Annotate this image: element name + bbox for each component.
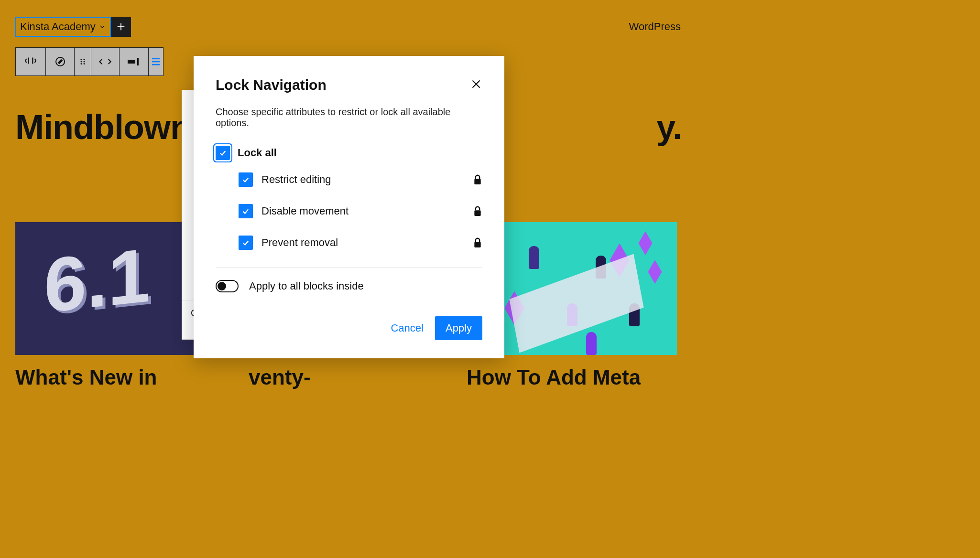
svg-marker-5 [58, 60, 62, 64]
svg-rect-13 [137, 58, 139, 65]
toolbar-group-3 [120, 47, 149, 76]
svg-point-7 [84, 59, 85, 60]
post-title-1: What's New in [15, 365, 226, 389]
svg-point-10 [81, 63, 82, 64]
menu-icon [152, 57, 160, 66]
lock-all-row[interactable]: Lock all [216, 146, 482, 160]
toggle-knob [218, 282, 226, 290]
check-icon [218, 149, 227, 157]
sub-options: Restrict editing Disable movement Preven… [239, 172, 482, 250]
nav-left: Kinsta Academy [15, 17, 131, 37]
check-icon [241, 175, 250, 184]
check-icon [241, 207, 250, 215]
svg-rect-21 [474, 210, 480, 216]
svg-rect-12 [128, 60, 135, 64]
modal-header: Lock Navigation [216, 77, 482, 93]
lock-all-checkbox[interactable] [216, 146, 230, 160]
lock-all-label: Lock all [238, 147, 277, 159]
close-button[interactable] [470, 78, 482, 92]
apply-inside-row[interactable]: Apply to all blocks inside [216, 280, 482, 292]
post-title-3: How To Add Meta [467, 365, 677, 389]
prevent-removal-checkbox[interactable] [239, 236, 253, 250]
disable-movement-label: Disable movement [261, 205, 348, 217]
disable-movement-checkbox[interactable] [239, 204, 253, 218]
lock-icon [473, 205, 482, 217]
toolbar-justify-button[interactable] [120, 48, 148, 75]
lock-icon [473, 237, 482, 248]
modal-divider [216, 267, 482, 268]
page-headline-tail: y. [656, 107, 682, 147]
toolbar-more-button[interactable] [149, 48, 163, 75]
wordpress-link[interactable]: WordPress [629, 21, 681, 33]
cancel-button[interactable]: Cancel [391, 322, 423, 334]
toolbar-group-4 [149, 47, 163, 76]
toolbar-drag-handle[interactable] [75, 48, 91, 75]
check-icon [241, 238, 250, 247]
disable-movement-row[interactable]: Disable movement [239, 204, 482, 218]
plus-icon [116, 21, 126, 32]
post-title-2-partial: venty- [249, 365, 311, 389]
lock-navigation-modal: Lock Navigation Choose specific attribut… [194, 56, 504, 358]
top-nav: Kinsta Academy WordPress [0, 0, 696, 37]
add-block-button[interactable] [111, 17, 131, 37]
prevent-removal-row[interactable]: Prevent removal [239, 236, 482, 250]
toolbar-move-arrows[interactable] [91, 48, 119, 75]
drag-icon [78, 57, 87, 66]
site-select[interactable]: Kinsta Academy [15, 17, 111, 37]
lock-icon [473, 174, 482, 185]
toolbar-compass-button[interactable] [46, 48, 75, 75]
close-icon [470, 78, 482, 90]
svg-point-8 [81, 61, 82, 63]
apply-button[interactable]: Apply [435, 316, 482, 340]
modal-title: Lock Navigation [216, 77, 327, 93]
apply-inside-toggle[interactable] [216, 280, 239, 292]
svg-point-9 [84, 61, 85, 63]
svg-rect-20 [474, 179, 480, 184]
navigation-block-icon[interactable] [24, 54, 37, 69]
modal-description: Choose specific attributes to restrict o… [216, 107, 482, 129]
svg-point-11 [84, 63, 85, 64]
chevron-down-icon [98, 23, 106, 31]
justify-icon [128, 57, 140, 66]
restrict-editing-row[interactable]: Restrict editing [239, 172, 482, 187]
arrows-icon [97, 57, 113, 66]
toolbar-group-2 [46, 47, 120, 76]
restrict-editing-label: Restrict editing [261, 173, 331, 186]
apply-inside-label: Apply to all blocks inside [249, 280, 364, 292]
site-name: Kinsta Academy [20, 21, 96, 33]
modal-actions: Cancel Apply [216, 316, 482, 340]
toolbar-group-1 [15, 47, 46, 76]
prevent-removal-label: Prevent removal [261, 236, 338, 249]
compass-icon [54, 56, 66, 67]
restrict-editing-checkbox[interactable] [239, 172, 253, 187]
svg-point-6 [81, 59, 82, 60]
page-headline-left: Mindblown: [15, 107, 202, 147]
svg-rect-22 [474, 242, 480, 247]
